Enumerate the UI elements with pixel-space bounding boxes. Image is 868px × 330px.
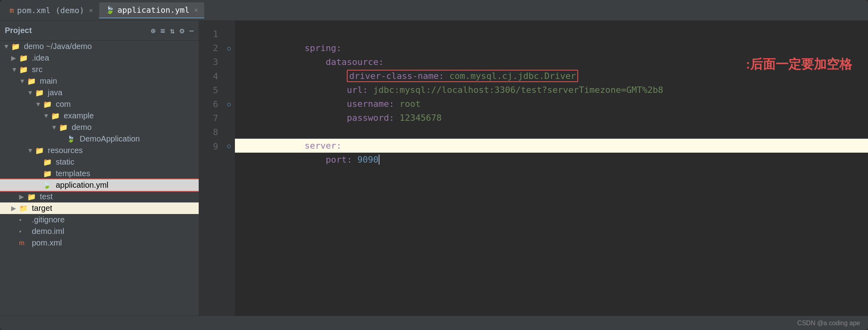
tree-item-com[interactable]: ▼ 📁 com (0, 98, 199, 110)
tree-item-idea[interactable]: ▶ 📁 .idea (0, 52, 199, 64)
main-area: Project ⊕ ≡ ⇅ ⚙ − ▼ 📁 demo ~/Java/demo (0, 21, 868, 316)
folder-icon-resources: 📁 (35, 146, 46, 155)
indent-6 (305, 113, 347, 123)
indent-5 (305, 99, 347, 109)
arrow-com: ▼ (35, 101, 43, 108)
arrow-main: ▼ (19, 78, 27, 85)
folder-icon-java: 📁 (35, 88, 46, 97)
tree-item-demo-iml[interactable]: ▪ demo.iml (0, 226, 199, 237)
tree-item-demo-application[interactable]: 🍃 DemoApplication (0, 133, 199, 145)
folder-icon-test: 📁 (27, 192, 38, 201)
tree-item-demo-root[interactable]: ▼ 📁 demo ~/Java/demo (0, 41, 199, 52)
bottom-bar: CSDN @a coding ape (0, 316, 868, 330)
tree-item-test[interactable]: ▶ 📁 test (0, 191, 199, 202)
tree-label-com: com (56, 100, 71, 109)
arrow-pom-xml (11, 240, 19, 247)
arrow-demo-application (59, 136, 67, 143)
tree-item-templates[interactable]: 📁 templates (0, 168, 199, 179)
key-datasource: datasource: (326, 57, 384, 67)
sort-alt-icon[interactable]: ⇅ (170, 26, 175, 35)
arrow-java: ▼ (27, 89, 35, 96)
folder-icon-demo: 📁 (11, 42, 22, 51)
indent-4 (305, 85, 347, 95)
folder-icon-main: 📁 (27, 77, 38, 86)
gutter-7 (225, 111, 233, 125)
annotation: :后面一定要加空格 (746, 56, 852, 73)
tree-item-example[interactable]: ▼ 📁 example (0, 110, 199, 122)
tree-item-static[interactable]: 📁 static (0, 156, 199, 168)
tab-application-yml-label: application.yml (117, 5, 190, 15)
tree-item-main[interactable]: ▼ 📁 main (0, 75, 199, 87)
tab-pom-xml-label: pom.xml (demo) (17, 6, 84, 15)
arrow-demo-iml (11, 228, 19, 235)
settings-icon[interactable]: ⚙ (180, 26, 184, 35)
arrow-src: ▼ (11, 66, 19, 73)
tree-item-resources[interactable]: ▼ 📁 resources (0, 145, 199, 156)
tree-label-src: src (32, 65, 43, 74)
sidebar-header-icons: ⊕ ≡ ⇅ ⚙ − (151, 26, 194, 35)
folder-icon-src: 📁 (19, 65, 30, 74)
sort-icon[interactable]: ≡ (160, 26, 165, 35)
tree-label-java: java (48, 88, 63, 97)
tree-item-java[interactable]: ▼ 📁 java (0, 87, 199, 98)
tab-pom-xml[interactable]: m pom.xml (demo) ✕ (3, 2, 99, 18)
tree-label-static: static (56, 157, 74, 167)
arrow-gitignore (11, 216, 19, 224)
folder-icon-templates: 📁 (43, 169, 54, 178)
tree-item-pom-xml[interactable]: m pom.xml (0, 237, 199, 249)
folder-icon-com: 📁 (43, 100, 54, 109)
tree-item-demo-folder[interactable]: ▼ 📁 demo (0, 122, 199, 133)
ide-window: m pom.xml (demo) ✕ 🍃 application.yml ✕ P… (0, 0, 868, 330)
tab-bar: m pom.xml (demo) ✕ 🍃 application.yml ✕ (0, 0, 868, 21)
val-username: root (399, 99, 420, 109)
tree-item-gitignore[interactable]: ▪ .gitignore (0, 214, 199, 226)
key-username: username: (347, 99, 394, 109)
key-password: password: (347, 113, 394, 123)
add-content-icon[interactable]: ⊕ (151, 26, 156, 35)
tree-item-target[interactable]: ▶ 📁 target (0, 202, 199, 214)
arrow-example: ▼ (43, 112, 51, 120)
key-server: server: (305, 141, 342, 151)
tree-label-main: main (40, 77, 57, 86)
tab-pom-xml-close[interactable]: ✕ (89, 6, 93, 14)
gutter: ◯ ◯ ◯ (223, 21, 235, 316)
gutter-2: ◯ (225, 41, 233, 55)
tree-label-idea: .idea (32, 53, 49, 63)
val-url: jdbc:mysql://localhost:3306/test?serverT… (373, 85, 663, 95)
xml-file-icon: m (19, 240, 30, 247)
yaml-icon: 🍃 (106, 6, 114, 14)
code-line-8: server: (235, 125, 868, 139)
editor-area: 1 2 3 4 5 6 7 8 9 ◯ ◯ (199, 21, 868, 316)
cursor (379, 155, 385, 165)
tree-item-application-yml[interactable]: 🍃 application.yml (0, 179, 199, 191)
tab-application-yml-close[interactable]: ✕ (194, 6, 198, 14)
tree-label-target: target (32, 204, 52, 213)
sidebar: Project ⊕ ≡ ⇅ ⚙ − ▼ 📁 demo ~/Java/demo (0, 21, 199, 316)
indent-2 (305, 57, 326, 67)
arrow-target: ▶ (11, 204, 19, 212)
folder-icon-target: 📁 (19, 204, 30, 213)
code-line-1: spring: (235, 27, 868, 41)
arrow-demo-folder: ▼ (51, 124, 59, 131)
minimize-icon[interactable]: − (189, 26, 194, 35)
arrow-templates (35, 170, 43, 177)
tree-label-gitignore: .gitignore (32, 215, 65, 224)
folder-icon-idea: 📁 (19, 54, 30, 63)
tree-label-application-yml: application.yml (56, 181, 108, 190)
folder-icon-example: 📁 (51, 112, 62, 120)
folder-icon-static: 📁 (43, 158, 54, 167)
gutter-1 (225, 27, 233, 41)
tree-label-resources: resources (48, 146, 83, 155)
key-spring: spring: (305, 43, 342, 53)
tree-item-src[interactable]: ▼ 📁 src (0, 64, 199, 75)
indent-3 (305, 71, 347, 81)
key-url: url: (347, 85, 368, 95)
arrow-application-yml (35, 182, 43, 189)
line-numbers: 1 2 3 4 5 6 7 8 9 (199, 21, 223, 316)
spring-icon: 🍃 (67, 135, 78, 143)
indent-9 (305, 155, 326, 165)
tab-application-yml[interactable]: 🍃 application.yml ✕ (99, 2, 204, 18)
credit-text: CSDN @a coding ape (797, 320, 860, 327)
gutter-9: ◯ (225, 139, 233, 153)
key-driver: driver-class-name: (349, 71, 444, 81)
